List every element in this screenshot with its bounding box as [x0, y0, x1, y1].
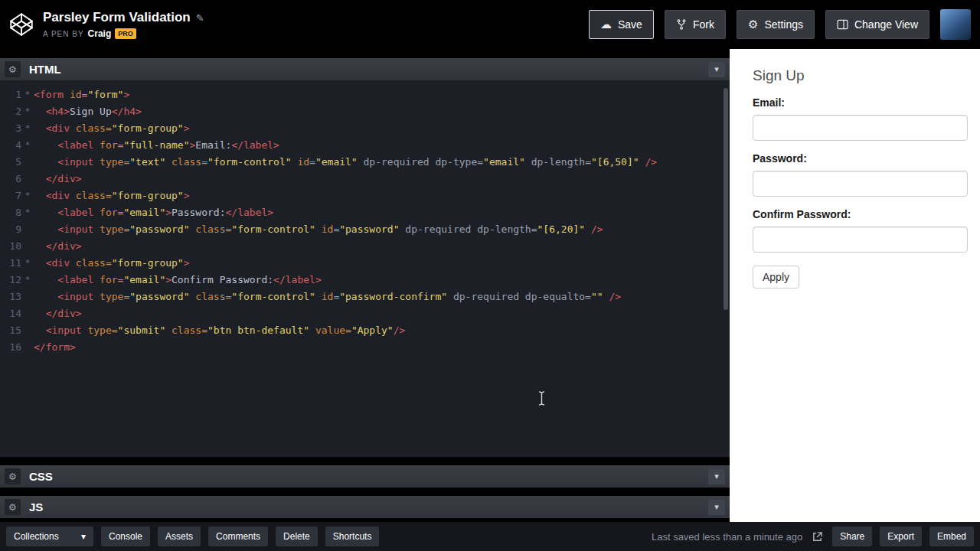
- code-text: <div class="form-group">: [34, 120, 190, 137]
- code-line[interactable]: 1*<form id="form">: [0, 86, 730, 103]
- delete-button[interactable]: Delete: [276, 527, 318, 546]
- line-number: 11: [6, 255, 21, 272]
- fold-marker-icon: [21, 322, 34, 339]
- code-lines: 1*<form id="form">2* <h4>Sign Up</h4>3* …: [0, 86, 730, 356]
- assets-button[interactable]: Assets: [158, 527, 201, 546]
- save-status: Last saved less than a minute ago: [652, 531, 802, 543]
- code-line[interactable]: 15 <input type="submit" class="btn btn-d…: [0, 322, 730, 339]
- code-line[interactable]: 5 <input type="text" class="form-control…: [0, 154, 730, 171]
- code-text: <input type="password" class="form-contr…: [34, 221, 603, 238]
- line-number: 16: [6, 339, 21, 356]
- code-line[interactable]: 14 </div>: [0, 305, 730, 322]
- fold-marker-icon: [21, 154, 34, 171]
- apply-button[interactable]: Apply: [753, 266, 799, 289]
- fold-marker-icon: [21, 339, 34, 356]
- code-line[interactable]: 6 </div>: [0, 171, 730, 187]
- fold-marker-icon[interactable]: *: [21, 86, 34, 103]
- pen-by-label: A PEN BY: [43, 30, 84, 38]
- fork-button-label: Fork: [693, 18, 714, 31]
- field-label: Email:: [753, 96, 968, 109]
- fold-marker-icon: [21, 171, 34, 187]
- code-line[interactable]: 13 <input type="password" class="form-co…: [0, 289, 730, 305]
- change-view-button[interactable]: Change View: [825, 10, 929, 39]
- css-panel-header[interactable]: ⚙ CSS ▾: [0, 465, 730, 487]
- fold-marker-icon[interactable]: *: [21, 272, 34, 289]
- fold-marker-icon: [21, 221, 34, 238]
- html-panel-header[interactable]: ⚙ HTML ▾: [0, 58, 730, 80]
- code-line[interactable]: 4* <label for="full-name">Email:</label>: [0, 137, 730, 154]
- html-code-editor[interactable]: 1*<form id="form">2* <h4>Sign Up</h4>3* …: [0, 80, 730, 457]
- user-avatar[interactable]: [940, 9, 971, 40]
- code-line[interactable]: 10 </div>: [0, 238, 730, 255]
- fold-marker-icon[interactable]: *: [21, 204, 34, 221]
- code-text: <label for="email">Confirm Password:</la…: [34, 272, 322, 289]
- comments-button[interactable]: Comments: [208, 527, 268, 546]
- save-button[interactable]: ☁ Save: [589, 10, 654, 39]
- pen-title: Parsley Form Validation: [43, 10, 191, 25]
- line-number: 7: [6, 187, 21, 204]
- fold-marker-icon[interactable]: *: [21, 255, 34, 272]
- header: Parsley Form Validation ✎ A PEN BY Craig…: [0, 0, 980, 49]
- code-line[interactable]: 7* <div class="form-group">: [0, 187, 730, 204]
- codepen-logo-icon[interactable]: [9, 12, 34, 37]
- js-settings-gear-icon[interactable]: ⚙: [5, 499, 21, 515]
- settings-button[interactable]: ⚙ Settings: [737, 10, 815, 39]
- code-line[interactable]: 3* <div class="form-group">: [0, 120, 730, 137]
- fold-marker-icon: [21, 238, 34, 255]
- embed-button[interactable]: Embed: [929, 527, 974, 546]
- external-link-icon[interactable]: [812, 531, 823, 543]
- code-line[interactable]: 9 <input type="password" class="form-con…: [0, 221, 730, 238]
- js-collapse-chevron-icon[interactable]: ▾: [708, 500, 725, 515]
- code-text: <form id="form">: [34, 86, 129, 103]
- code-line[interactable]: 2* <h4>Sign Up</h4>: [0, 103, 730, 120]
- css-collapse-chevron-icon[interactable]: ▾: [708, 469, 725, 484]
- js-panel-title: JS: [29, 500, 43, 514]
- edit-pencil-icon[interactable]: ✎: [196, 12, 204, 24]
- password-input[interactable]: [753, 171, 968, 197]
- collections-dropdown[interactable]: Collections ▾: [6, 527, 93, 546]
- pen-title-block: Parsley Form Validation ✎ A PEN BY Craig…: [43, 10, 204, 39]
- console-button[interactable]: Console: [101, 527, 150, 546]
- line-number: 6: [6, 171, 21, 187]
- preview-pane: Sign Up Email:Password:Confirm Password:…: [730, 49, 980, 522]
- field-label: Confirm Password:: [753, 208, 968, 220]
- line-number: 9: [6, 221, 21, 238]
- shortcuts-button[interactable]: Shortcuts: [325, 527, 380, 546]
- fold-marker-icon[interactable]: *: [21, 187, 34, 204]
- footer-left-buttons: ConsoleAssetsCommentsDeleteShortcuts: [101, 527, 379, 546]
- fork-button[interactable]: Fork: [665, 10, 726, 39]
- css-settings-gear-icon[interactable]: ⚙: [5, 468, 21, 484]
- code-line[interactable]: 16</form>: [0, 339, 730, 356]
- js-panel-header[interactable]: ⚙ JS ▾: [0, 496, 730, 518]
- code-text: <label for="email">Password:</label>: [34, 204, 273, 221]
- line-number: 3: [6, 120, 21, 137]
- line-number: 15: [6, 322, 21, 339]
- fold-marker-icon[interactable]: *: [21, 120, 34, 137]
- footer-right: Last saved less than a minute ago ShareE…: [652, 527, 974, 546]
- settings-button-label: Settings: [764, 18, 803, 31]
- line-number: 5: [6, 154, 21, 171]
- email-input[interactable]: [753, 115, 968, 141]
- share-button[interactable]: Share: [832, 527, 872, 546]
- line-number: 13: [6, 289, 21, 305]
- codepen-app: Parsley Form Validation ✎ A PEN BY Craig…: [0, 0, 980, 551]
- html-collapse-chevron-icon[interactable]: ▾: [708, 62, 725, 77]
- form-field-group: Email:: [753, 96, 968, 141]
- code-text: <div class="form-group">: [34, 255, 190, 272]
- chevron-down-icon: ▾: [81, 531, 86, 542]
- fold-marker-icon[interactable]: *: [21, 137, 34, 154]
- author-link[interactable]: Craig: [88, 28, 112, 39]
- export-button[interactable]: Export: [880, 527, 922, 546]
- fold-marker-icon[interactable]: *: [21, 103, 34, 120]
- code-line[interactable]: 11* <div class="form-group">: [0, 255, 730, 272]
- code-line[interactable]: 8* <label for="email">Password:</label>: [0, 204, 730, 221]
- html-settings-gear-icon[interactable]: ⚙: [5, 61, 21, 77]
- editor-scrollbar[interactable]: [724, 88, 728, 310]
- code-text: <input type="password" class="form-contr…: [34, 289, 621, 305]
- confirm-password-input[interactable]: [753, 227, 968, 253]
- code-line[interactable]: 12* <label for="email">Confirm Password:…: [0, 272, 730, 289]
- header-buttons: ☁ Save Fork ⚙ Settings: [589, 9, 971, 40]
- line-number: 10: [6, 238, 21, 255]
- form-field-group: Password:: [753, 152, 968, 197]
- fold-marker-icon: [21, 305, 34, 322]
